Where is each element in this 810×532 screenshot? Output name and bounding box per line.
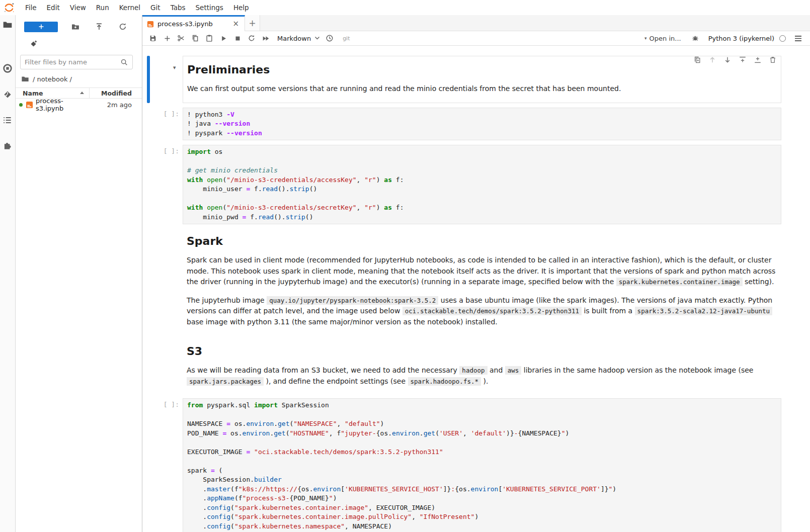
breadcrumb[interactable]: / notebook / bbox=[16, 73, 142, 84]
interrupt-kernel-button[interactable] bbox=[230, 32, 245, 44]
code-line: import os bbox=[187, 147, 777, 157]
insert-cell-button[interactable] bbox=[160, 32, 174, 44]
code-line: .master(f"k8s://https://{os.environ['KUB… bbox=[187, 485, 777, 494]
upload-icon[interactable] bbox=[95, 22, 104, 31]
code-token: f: bbox=[392, 176, 403, 184]
menu-tabs[interactable]: Tabs bbox=[166, 0, 191, 15]
move-cell-down-icon[interactable] bbox=[723, 56, 732, 64]
menu-view[interactable]: View bbox=[65, 0, 91, 15]
code-token: --version bbox=[215, 120, 250, 127]
code-token: open bbox=[207, 176, 222, 184]
git-clone-row bbox=[16, 40, 142, 49]
cell-collapser[interactable] bbox=[147, 56, 150, 103]
debugger-bug-icon[interactable] bbox=[688, 32, 702, 44]
menu-edit[interactable]: Edit bbox=[42, 0, 65, 15]
code-line: spark = ( bbox=[187, 466, 777, 476]
menu-kernel[interactable]: Kernel bbox=[114, 0, 145, 15]
save-button[interactable] bbox=[146, 32, 160, 44]
paste-cells-button[interactable] bbox=[202, 32, 216, 44]
delete-cell-icon[interactable] bbox=[769, 56, 777, 64]
code-line: with open("/minio-s3-credentials/secretK… bbox=[187, 203, 777, 213]
file-browser-tab-icon[interactable] bbox=[3, 20, 13, 30]
code-token: "r" bbox=[364, 204, 376, 211]
insert-cell-below-icon[interactable] bbox=[754, 56, 762, 64]
breadcrumb-path[interactable]: / notebook / bbox=[33, 75, 72, 83]
kernel-name[interactable]: Python 3 (ipykernel) bbox=[708, 35, 774, 42]
markdown-cell-rendered[interactable]: ▾PreliminariesWe can first output some v… bbox=[183, 56, 781, 103]
code-token: ) bbox=[612, 485, 616, 493]
menu-run[interactable]: Run bbox=[91, 0, 114, 15]
cell-collapser[interactable] bbox=[147, 339, 150, 394]
code-line: ! java --version bbox=[187, 119, 777, 129]
menu-git[interactable]: Git bbox=[145, 0, 166, 15]
filter-files-input[interactable] bbox=[25, 58, 120, 66]
jupyter-logo-icon bbox=[4, 2, 15, 13]
table-of-contents-tab-icon[interactable] bbox=[3, 115, 13, 125]
file-list-item[interactable]: process-s3.ipynb 2m ago bbox=[16, 99, 142, 111]
git-clone-icon[interactable] bbox=[29, 40, 38, 48]
git-tab-icon[interactable] bbox=[3, 90, 13, 100]
code-token: ! pyspark bbox=[187, 129, 226, 137]
code-token: (). bbox=[278, 185, 289, 193]
menu-help[interactable]: Help bbox=[228, 0, 254, 15]
new-folder-icon[interactable] bbox=[71, 22, 80, 31]
plus-icon bbox=[38, 24, 44, 30]
code-token: "jupyter- bbox=[341, 429, 376, 437]
code-token: --version bbox=[226, 129, 262, 137]
history-clock-icon[interactable] bbox=[322, 32, 337, 44]
code-editor[interactable]: import os # get minio credentialswith op… bbox=[183, 145, 781, 224]
folder-icon bbox=[21, 75, 29, 83]
menu-settings[interactable]: Settings bbox=[191, 0, 228, 15]
markdown-cell-rendered[interactable]: SparkSpark can be used in client mode (r… bbox=[183, 229, 781, 334]
cell-collapser[interactable] bbox=[147, 145, 150, 224]
cell-prompt: [ ]: bbox=[151, 398, 183, 532]
open-in-dropdown[interactable]: ▾ Open in... bbox=[644, 35, 681, 42]
code-token: ( bbox=[230, 513, 234, 520]
cut-cells-button[interactable] bbox=[174, 32, 188, 44]
code-editor[interactable]: from pyspark.sql import SparkSession NAM… bbox=[183, 398, 781, 532]
code-token: -V bbox=[226, 111, 234, 118]
move-cell-up-icon[interactable] bbox=[708, 56, 716, 64]
new-launcher-button[interactable] bbox=[24, 22, 58, 32]
code-line: NAMESPACE = os.environ.get("NAMESPACE", … bbox=[187, 419, 777, 429]
new-tab-button[interactable]: + bbox=[245, 15, 260, 31]
restart-run-all-button[interactable] bbox=[259, 32, 273, 44]
cell-content: ▾PreliminariesWe can first output some v… bbox=[183, 56, 781, 103]
code-token: environ bbox=[242, 429, 270, 437]
insert-cell-above-icon[interactable] bbox=[739, 56, 747, 64]
code-token: = bbox=[211, 467, 215, 474]
cell-content: from pyspark.sql import SparkSession NAM… bbox=[183, 398, 781, 532]
code-line bbox=[187, 194, 777, 204]
code-token: "r" bbox=[364, 176, 376, 184]
duplicate-cell-icon[interactable] bbox=[693, 56, 701, 64]
running-kernels-tab-icon[interactable] bbox=[3, 63, 13, 73]
code-token: minio_pwd bbox=[187, 213, 242, 221]
cell-collapser[interactable] bbox=[147, 398, 150, 532]
restart-kernel-button[interactable] bbox=[245, 32, 259, 44]
code-token: config bbox=[207, 513, 230, 520]
code-token: "process-s3- bbox=[242, 494, 290, 502]
cell-collapser[interactable] bbox=[147, 108, 150, 141]
menu-file[interactable]: File bbox=[20, 0, 42, 15]
extension-manager-tab-icon[interactable] bbox=[3, 140, 13, 150]
heading-collapse-icon[interactable]: ▾ bbox=[173, 64, 176, 71]
code-token: . bbox=[187, 522, 207, 530]
tab-close-icon[interactable]: × bbox=[231, 20, 240, 28]
code-editor[interactable]: ! python3 -V! java --version! pyspark --… bbox=[183, 108, 781, 141]
refresh-icon[interactable] bbox=[118, 22, 127, 31]
hamburger-menu-icon[interactable] bbox=[791, 32, 805, 44]
cell-collapser[interactable] bbox=[147, 229, 150, 334]
code-token: () bbox=[305, 213, 313, 221]
code-line: .appName(f"process-s3-{POD_NAME}") bbox=[187, 494, 777, 503]
column-header-name[interactable]: Name bbox=[16, 88, 90, 98]
tab-process-s3[interactable]: process-s3.ipynb × bbox=[142, 15, 245, 31]
cell-type-dropdown[interactable]: Markdown bbox=[275, 35, 322, 42]
copy-cells-button[interactable] bbox=[188, 32, 202, 44]
column-header-modified[interactable]: Modified bbox=[90, 90, 142, 97]
code-token: builder bbox=[254, 476, 282, 483]
run-cell-button[interactable] bbox=[216, 32, 230, 44]
code-token: NAMESPACE bbox=[187, 420, 226, 427]
inline-code: spark.hadoopo.fs.* bbox=[408, 377, 481, 386]
code-token: POD_NAME bbox=[187, 429, 222, 437]
markdown-cell-rendered[interactable]: S3As we will be reading data from an S3 … bbox=[183, 339, 781, 394]
